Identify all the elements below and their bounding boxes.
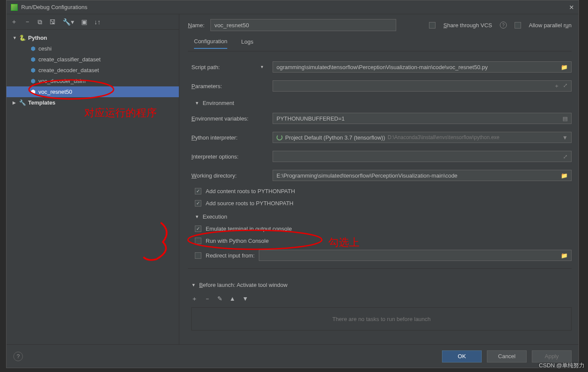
plus-icon[interactable]: ＋ <box>554 82 559 90</box>
tabs: Configuration Logs <box>188 36 572 51</box>
run-debug-dialog: Run/Debug Configurations ✕ ＋ － ⧉ 🖫 🔧▾ ▣ … <box>6 0 579 368</box>
source-roots-label: Add source roots to PYTHONPATH <box>206 200 293 207</box>
chevron-down-icon: ▼ <box>191 283 196 287</box>
pycharm-icon <box>11 4 18 11</box>
ok-button[interactable]: OK <box>442 350 482 362</box>
interp-options-input[interactable]: ⤢ <box>273 151 572 162</box>
interpreter-label: Python interpreter: <box>191 134 273 141</box>
remove-icon[interactable]: － <box>204 295 210 303</box>
add-icon[interactable]: ＋ <box>11 18 17 26</box>
content-roots-checkbox[interactable] <box>195 188 201 194</box>
remove-icon[interactable]: － <box>24 18 31 26</box>
config-toolbar: ＋ － ⧉ 🖫 🔧▾ ▣ ↓↑ <box>6 14 179 30</box>
python-console-checkbox[interactable] <box>195 238 201 244</box>
tree-group-label: Templates <box>28 99 55 106</box>
help-icon[interactable]: ? <box>500 22 507 29</box>
help-button[interactable]: ? <box>13 352 23 361</box>
apply-button[interactable]: Apply <box>532 350 572 362</box>
tree-python-group[interactable]: ▼ 🐍 Python <box>6 32 179 43</box>
execution-section[interactable]: ▼Execution <box>191 209 572 223</box>
wrench-icon: 🔧 <box>19 100 25 106</box>
edit-icon[interactable]: ✎ <box>217 295 222 303</box>
chevron-down-icon: ▼ <box>195 214 199 219</box>
chevron-down-icon: ▼ <box>195 101 199 105</box>
python-console-label: Run with Python Console <box>206 238 269 244</box>
loading-icon <box>277 134 283 140</box>
expand-icon[interactable]: ⤢ <box>563 153 568 160</box>
tree-item-resnet50[interactable]: ⬢voc_resnet50 <box>6 86 179 97</box>
python-icon: ⬢ <box>30 78 36 84</box>
list-icon[interactable]: ▤ <box>563 115 568 122</box>
top-row: Name: Share through VCS ? Allow parallel… <box>188 14 572 36</box>
share-vcs-label: Share through VCS <box>443 22 492 29</box>
python-icon: 🐍 <box>19 35 25 41</box>
copy-icon[interactable]: ⧉ <box>38 18 42 26</box>
tree-group-label: Python <box>28 35 47 41</box>
dialog-footer: ? OK Cancel Apply <box>6 344 578 368</box>
before-launch-tasks: There are no tasks to run before launch <box>191 307 572 331</box>
up-icon[interactable]: ▲ <box>229 295 235 303</box>
watermark: CSDN @单纯努力 <box>539 362 585 369</box>
folder-icon[interactable]: ▣ <box>81 18 87 26</box>
close-icon[interactable]: ✕ <box>569 4 574 11</box>
tree-item-classifier[interactable]: ⬢create_classifier_dataset <box>6 54 179 65</box>
before-launch-toolbar: ＋ － ✎ ▲ ▼ <box>191 291 572 307</box>
add-icon[interactable]: ＋ <box>191 295 197 303</box>
python-icon: ⬢ <box>30 89 36 95</box>
interpreter-dropdown[interactable]: Project Default (Python 3.7 (tensorflow)… <box>273 132 572 143</box>
redirect-input[interactable]: 📁 <box>259 250 572 261</box>
name-label: Name: <box>188 22 204 29</box>
share-vcs-checkbox[interactable] <box>429 22 435 29</box>
before-launch-header[interactable]: ▼Before launch: Activate tool window <box>191 277 572 291</box>
redirect-label: Redirect input from: <box>206 252 254 259</box>
tree-item-dsim[interactable]: ⬢voc_decoder_dsim <box>6 76 179 86</box>
python-icon: ⬢ <box>30 67 36 73</box>
parallel-label: Allow parallel run <box>529 22 572 29</box>
tree-templates-group[interactable]: ▶ 🔧 Templates <box>6 97 179 108</box>
source-roots-checkbox[interactable] <box>195 200 201 207</box>
env-vars-input[interactable]: PYTHONUNBUFFERED=1▤ <box>273 113 572 124</box>
form-area: Script path:▼ ogramming\simulated\tensor… <box>188 51 572 269</box>
content-roots-label: Add content roots to PYTHONPATH <box>206 188 295 194</box>
chevron-down-icon: ▼ <box>13 35 18 40</box>
name-input[interactable] <box>210 19 396 31</box>
chevron-down-icon[interactable]: ▼ <box>260 65 264 69</box>
dialog-body: ＋ － ⧉ 🖫 🔧▾ ▣ ↓↑ ▼ 🐍 Python ⬢ceshi ⬢creat… <box>6 14 578 344</box>
workdir-input[interactable]: E:\Programming\simulated\tensorflow\Perc… <box>273 170 572 181</box>
workdir-label: Working directory: <box>191 172 273 179</box>
left-panel: ＋ － ⧉ 🖫 🔧▾ ▣ ↓↑ ▼ 🐍 Python ⬢ceshi ⬢creat… <box>6 14 179 344</box>
python-icon: ⬢ <box>30 46 36 52</box>
chevron-right-icon: ▶ <box>13 100 18 105</box>
interp-options-label: Interpreter options: <box>191 153 273 160</box>
emulate-terminal-label: Emulate terminal in output console <box>206 226 292 232</box>
config-tree: ▼ 🐍 Python ⬢ceshi ⬢create_classifier_dat… <box>6 30 179 344</box>
sort-icon[interactable]: ↓↑ <box>94 18 101 25</box>
parameters-label: Parameters: <box>191 83 273 89</box>
folder-icon[interactable]: 📁 <box>561 252 568 259</box>
tree-item-ceshi[interactable]: ⬢ceshi <box>6 43 179 54</box>
environment-section[interactable]: ▼Environment <box>191 95 572 109</box>
down-icon[interactable]: ▼ <box>242 295 248 303</box>
script-path-label[interactable]: Script path:▼ <box>191 64 273 70</box>
emulate-terminal-checkbox[interactable] <box>195 226 201 232</box>
parameters-input[interactable]: ＋⤢ <box>273 80 572 92</box>
cancel-button[interactable]: Cancel <box>487 350 527 362</box>
before-launch-section: ▼Before launch: Activate tool window ＋ －… <box>188 277 572 335</box>
python-icon: ⬢ <box>30 57 36 63</box>
tree-item-decoder[interactable]: ⬢create_decoder_dataset <box>6 65 179 76</box>
wrench-dropdown-icon[interactable]: 🔧▾ <box>63 18 74 26</box>
tab-configuration[interactable]: Configuration <box>194 38 227 49</box>
script-path-input[interactable]: ogramming\simulated\tensorflow\Perceptio… <box>273 61 572 73</box>
folder-icon[interactable]: 📁 <box>561 172 568 179</box>
tab-logs[interactable]: Logs <box>241 38 253 48</box>
right-panel: Name: Share through VCS ? Allow parallel… <box>179 14 578 344</box>
top-right-options: Share through VCS ? Allow parallel run <box>429 22 572 29</box>
redirect-checkbox[interactable] <box>195 252 201 259</box>
chevron-down-icon[interactable]: ▼ <box>562 134 568 141</box>
titlebar: Run/Debug Configurations ✕ <box>6 0 578 14</box>
env-vars-label: Environment variables: <box>191 115 273 122</box>
folder-icon[interactable]: 📁 <box>561 64 568 70</box>
parallel-checkbox[interactable] <box>515 22 521 29</box>
save-icon[interactable]: 🖫 <box>49 18 56 25</box>
expand-icon[interactable]: ⤢ <box>563 82 568 90</box>
